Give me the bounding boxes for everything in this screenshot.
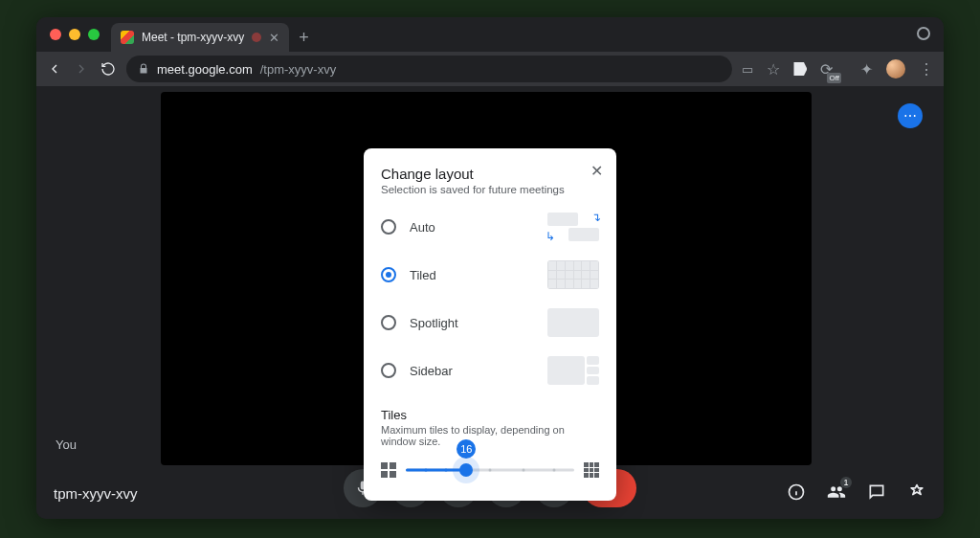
activities-button[interactable] <box>907 482 926 502</box>
layout-option-auto[interactable]: Auto ↴↳ <box>381 213 599 241</box>
browser-tab[interactable]: Meet - tpm-xyyv-xvy ✕ <box>111 23 289 52</box>
tab-strip: Meet - tpm-xyyv-xvy ✕ + <box>36 17 944 52</box>
url-path: /tpm-xyyv-xvy <box>260 62 336 77</box>
tiles-heading: Tiles <box>381 408 599 422</box>
traffic-lights <box>50 29 100 40</box>
auto-thumb-icon: ↴↳ <box>547 213 599 241</box>
tiled-thumb-icon <box>547 260 599 289</box>
browser-toolbar: meet.google.com/tpm-xyyv-xvy ▭ ☆ ⟳Off ✦ … <box>36 52 944 86</box>
dialog-title: Change layout <box>381 166 599 182</box>
forward-button[interactable] <box>73 61 90 77</box>
tiles-slider[interactable]: 16 <box>406 460 574 480</box>
change-layout-dialog: ✕ Change layout Selection is saved for f… <box>364 148 616 501</box>
option-label: Sidebar <box>410 364 453 378</box>
overflow-participants-button[interactable]: ⋯ <box>898 103 923 128</box>
tiles-description: Maximum tiles to display, depending on w… <box>381 424 599 447</box>
toolbar-actions: ▭ ☆ ⟳Off ✦ ⋮ <box>742 59 934 78</box>
self-view-label: You <box>56 437 77 452</box>
address-bar[interactable]: meet.google.com/tpm-xyyv-xvy <box>126 56 732 82</box>
chrome-menu-button[interactable]: ⋮ <box>919 60 934 78</box>
meeting-details-button[interactable] <box>787 482 806 502</box>
close-tab-button[interactable]: ✕ <box>269 31 279 45</box>
extensions-icon[interactable]: ✦ <box>860 60 873 78</box>
meet-app: ⋯ You tpm-xyyv-xvy CC ⋮ <box>36 86 944 519</box>
window-minimize-button[interactable] <box>69 29 80 40</box>
dialog-subtitle: Selection is saved for future meetings <box>381 184 599 195</box>
max-tiles-icon <box>584 462 599 478</box>
option-label: Auto <box>410 220 435 235</box>
window-close-button[interactable] <box>50 29 61 40</box>
window-zoom-button[interactable] <box>88 29 100 40</box>
option-label: Spotlight <box>410 316 458 330</box>
meeting-code: tpm-xyyv-xvy <box>54 485 138 502</box>
close-dialog-button[interactable]: ✕ <box>590 162 603 180</box>
recording-indicator-icon <box>252 33 261 42</box>
url-host: meet.google.com <box>157 62 253 77</box>
profile-avatar[interactable] <box>886 59 905 78</box>
layout-options: Auto ↴↳ Tiled Spotlight <box>381 213 599 385</box>
layout-option-sidebar[interactable]: Sidebar <box>381 356 599 385</box>
radio-selected-icon <box>381 267 396 282</box>
tab-title: Meet - tpm-xyyv-xvy <box>142 31 244 44</box>
lock-icon <box>138 63 149 75</box>
min-tiles-icon <box>381 462 396 478</box>
reload-button[interactable] <box>100 61 117 77</box>
slider-handle[interactable] <box>459 463 473 477</box>
window-mode-icon <box>917 27 930 40</box>
sync-off-icon[interactable]: ⟳Off <box>820 60 847 78</box>
participant-count-badge: 1 <box>840 477 852 488</box>
option-label: Tiled <box>410 268 436 282</box>
bookmark-star-icon[interactable]: ☆ <box>767 60 780 78</box>
layout-option-tiled[interactable]: Tiled <box>381 260 599 289</box>
sidebar-thumb-icon <box>547 356 599 385</box>
browser-window: Meet - tpm-xyyv-xvy ✕ + meet.google.com/… <box>36 17 944 519</box>
pip-icon[interactable]: ▭ <box>742 62 753 77</box>
back-button[interactable] <box>46 61 63 77</box>
slider-value-bubble: 16 <box>457 439 476 459</box>
radio-icon <box>381 315 396 330</box>
right-panel-icons: 1 <box>787 482 926 502</box>
chat-button[interactable] <box>867 482 886 502</box>
new-tab-button[interactable]: + <box>299 28 309 48</box>
layout-option-spotlight[interactable]: Spotlight <box>381 308 599 337</box>
radio-icon <box>381 219 396 235</box>
meet-favicon-icon <box>121 31 134 44</box>
people-button[interactable]: 1 <box>827 482 846 502</box>
radio-icon <box>381 363 396 378</box>
tiles-section: Tiles Maximum tiles to display, dependin… <box>381 408 599 480</box>
spotlight-thumb-icon <box>547 308 599 337</box>
tag-icon[interactable] <box>793 62 807 76</box>
